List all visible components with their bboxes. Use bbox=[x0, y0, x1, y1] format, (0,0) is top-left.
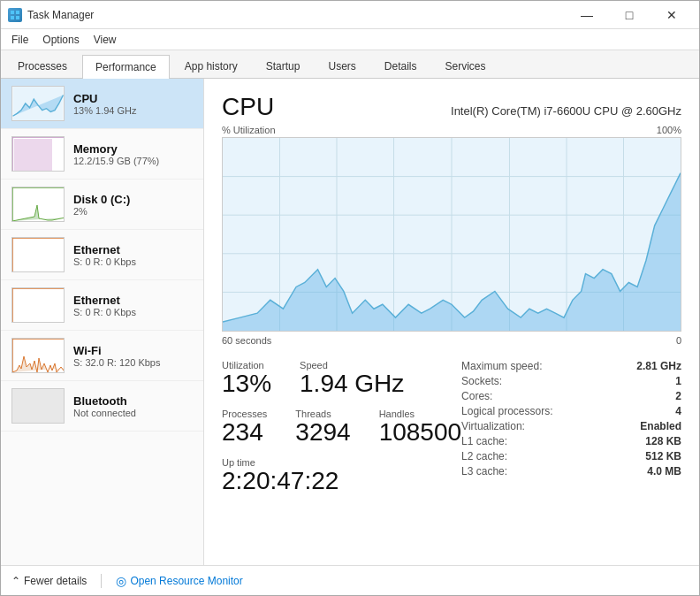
utilization-speed-row: Utilization 13% Speed 1.94 GHz bbox=[222, 360, 461, 398]
utilization-block: Utilization 13% bbox=[222, 360, 271, 398]
sidebar-item-disk[interactable]: Disk 0 (C:) 2% bbox=[1, 180, 203, 230]
l1-row: L1 cache: 128 KB bbox=[461, 435, 681, 447]
wifi-name: Wi-Fi bbox=[73, 344, 193, 357]
chart-top-labels: % Utilization 100% bbox=[222, 125, 681, 135]
bluetooth-thumbnail bbox=[11, 388, 65, 424]
ethernet2-info: Ethernet S: 0 R: 0 Kbps bbox=[73, 294, 193, 317]
l3-value: 4.0 MB bbox=[647, 465, 681, 478]
sidebar-item-cpu[interactable]: CPU 13% 1.94 GHz bbox=[1, 79, 203, 129]
y-axis-max: 100% bbox=[657, 125, 681, 135]
title-bar-left: Task Manager bbox=[8, 8, 94, 22]
open-resource-link[interactable]: ◎ Open Resource Monitor bbox=[116, 574, 242, 588]
ethernet1-info: Ethernet S: 0 R: 0 Kbps bbox=[73, 243, 193, 267]
disk-thumbnail bbox=[11, 187, 65, 222]
stats-left: Utilization 13% Speed 1.94 GHz Processes… bbox=[222, 360, 461, 494]
minimize-button[interactable]: — bbox=[567, 1, 607, 29]
y-axis-label: % Utilization bbox=[222, 125, 276, 135]
window-controls: — □ ✕ bbox=[567, 1, 692, 29]
max-speed-row: Maximum speed: 2.81 GHz bbox=[461, 360, 681, 372]
memory-sub: 12.2/15.9 GB (77%) bbox=[73, 156, 193, 166]
bluetooth-info: Bluetooth Not connected bbox=[73, 394, 193, 418]
tab-services[interactable]: Services bbox=[432, 54, 499, 78]
cpu-thumbnail bbox=[11, 86, 65, 121]
cpu-info: CPU 13% 1.94 GHz bbox=[73, 92, 193, 116]
virt-row: Virtualization: Enabled bbox=[461, 420, 681, 432]
threads-label: Threads bbox=[295, 409, 350, 419]
svg-rect-16 bbox=[12, 389, 65, 424]
virt-value: Enabled bbox=[640, 420, 681, 432]
tab-app-history[interactable]: App history bbox=[171, 54, 251, 78]
menu-options[interactable]: Options bbox=[35, 32, 86, 48]
sidebar-item-wifi[interactable]: Wi-Fi S: 32.0 R: 120 Kbps bbox=[1, 331, 203, 381]
logical-label: Logical processors: bbox=[461, 405, 552, 417]
menu-bar: File Options View bbox=[1, 29, 699, 50]
window-title: Task Manager bbox=[27, 9, 94, 21]
l3-label: L3 cache: bbox=[461, 465, 507, 478]
fewer-details-label: Fewer details bbox=[24, 575, 87, 587]
svg-rect-2 bbox=[11, 16, 14, 19]
cpu-model: Intel(R) Core(TM) i7-6600U CPU @ 2.60GHz bbox=[451, 104, 681, 118]
uptime-block: Up time 2:20:47:22 bbox=[222, 457, 461, 495]
fewer-details-button[interactable]: ⌃ Fewer details bbox=[11, 575, 87, 587]
svg-rect-10 bbox=[12, 238, 65, 272]
menu-file[interactable]: File bbox=[4, 32, 35, 48]
maximize-button[interactable]: □ bbox=[609, 1, 650, 29]
disk-name: Disk 0 (C:) bbox=[73, 193, 193, 206]
threads-block: Threads 3294 bbox=[295, 409, 350, 447]
ethernet1-name: Ethernet bbox=[73, 243, 193, 256]
ethernet1-thumbnail bbox=[11, 237, 65, 272]
content-area: CPU 13% 1.94 GHz Memory 12.2/15.9 GB (77… bbox=[1, 79, 699, 565]
max-speed-label: Maximum speed: bbox=[461, 360, 542, 372]
tab-users[interactable]: Users bbox=[315, 54, 369, 78]
bluetooth-sub: Not connected bbox=[73, 408, 193, 418]
tab-performance[interactable]: Performance bbox=[82, 55, 170, 79]
utilization-value: 13% bbox=[222, 371, 271, 398]
resource-icon: ◎ bbox=[116, 574, 126, 588]
sidebar-item-memory[interactable]: Memory 12.2/15.9 GB (77%) bbox=[1, 129, 203, 180]
disk-info: Disk 0 (C:) 2% bbox=[73, 193, 193, 217]
close-button[interactable]: ✕ bbox=[651, 1, 692, 29]
main-panel: CPU Intel(R) Core(TM) i7-6600U CPU @ 2.6… bbox=[204, 79, 699, 565]
wifi-sub: S: 32.0 R: 120 Kbps bbox=[73, 357, 193, 368]
tab-processes[interactable]: Processes bbox=[4, 54, 80, 78]
tab-details[interactable]: Details bbox=[371, 54, 430, 78]
l1-value: 128 KB bbox=[645, 435, 681, 447]
processes-block: Processes 234 bbox=[222, 409, 267, 447]
handles-block: Handles 108500 bbox=[379, 409, 461, 447]
l1-label: L1 cache: bbox=[461, 435, 507, 447]
svg-rect-7 bbox=[14, 139, 52, 171]
logical-row: Logical processors: 4 bbox=[461, 405, 681, 417]
svg-rect-12 bbox=[12, 288, 65, 323]
l2-row: L2 cache: 512 KB bbox=[461, 450, 681, 462]
menu-view[interactable]: View bbox=[87, 32, 124, 48]
memory-info: Memory 12.2/15.9 GB (77%) bbox=[73, 142, 193, 166]
sidebar: CPU 13% 1.94 GHz Memory 12.2/15.9 GB (77… bbox=[1, 79, 204, 565]
disk-sub: 2% bbox=[73, 206, 193, 217]
handles-label: Handles bbox=[379, 409, 461, 419]
ethernet2-thumbnail bbox=[11, 287, 65, 323]
sockets-value: 1 bbox=[675, 375, 681, 387]
l2-value: 512 KB bbox=[645, 450, 681, 462]
cores-label: Cores: bbox=[461, 390, 492, 402]
speed-value: 1.94 GHz bbox=[300, 371, 404, 398]
cpu-name: CPU bbox=[73, 92, 193, 105]
uptime-label: Up time bbox=[222, 457, 461, 468]
sockets-row: Sockets: 1 bbox=[461, 375, 681, 387]
divider bbox=[101, 574, 102, 588]
sidebar-item-bluetooth[interactable]: Bluetooth Not connected bbox=[1, 381, 203, 432]
cores-value: 2 bbox=[675, 390, 681, 402]
memory-thumbnail bbox=[11, 136, 65, 172]
sidebar-item-ethernet1[interactable]: Ethernet S: 0 R: 0 Kbps bbox=[1, 230, 203, 280]
speed-block: Speed 1.94 GHz bbox=[300, 360, 404, 398]
task-manager-window: Task Manager — □ ✕ File Options View Pro… bbox=[0, 0, 700, 596]
chart-footer: 60 seconds 0 bbox=[222, 335, 681, 346]
handles-value: 108500 bbox=[379, 419, 461, 447]
x-axis-start: 60 seconds bbox=[222, 335, 271, 346]
cpu-chart bbox=[222, 137, 681, 332]
tab-startup[interactable]: Startup bbox=[253, 54, 314, 78]
l2-label: L2 cache: bbox=[461, 450, 507, 462]
sidebar-item-ethernet2[interactable]: Ethernet S: 0 R: 0 Kbps bbox=[1, 280, 203, 331]
ethernet2-name: Ethernet bbox=[73, 294, 193, 307]
max-speed-value: 2.81 GHz bbox=[636, 360, 681, 372]
sockets-label: Sockets: bbox=[461, 375, 502, 387]
